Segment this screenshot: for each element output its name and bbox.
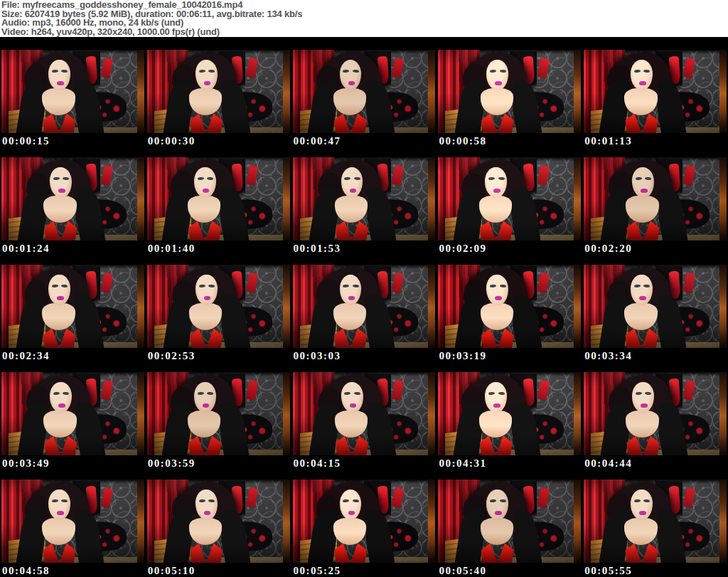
video-frame-thumbnail [147, 265, 290, 348]
thumbnail-cell: 00:02:20 [584, 157, 727, 254]
scene-vignette [147, 50, 290, 133]
thumbnail-cell: 00:04:58 [1, 480, 144, 576]
thumbnail-grid: 00:00:15 [1, 50, 727, 576]
thumbnail-timestamp: 00:04:31 [438, 457, 581, 469]
thumbnail-cell: 00:00:47 [293, 50, 436, 147]
thumbnail-timestamp: 00:01:24 [1, 243, 144, 254]
video-frame-thumbnail [1, 265, 144, 348]
thumbnail-timestamp: 00:05:55 [584, 565, 727, 576]
scene-vignette [1, 50, 144, 133]
video-frame-thumbnail [1, 372, 144, 455]
thumbnail-cell: 00:03:19 [438, 265, 581, 361]
scene-vignette [147, 157, 290, 240]
scene-vignette [147, 265, 290, 348]
scene-vignette [584, 480, 727, 563]
video-frame-thumbnail [147, 480, 290, 563]
thumbnail-cell: 00:05:25 [293, 480, 436, 576]
scene-vignette [1, 372, 144, 455]
thumbnail-cell: 00:02:34 [1, 265, 144, 361]
thumbnail-timestamp: 00:01:53 [293, 243, 436, 254]
thumbnail-cell: 00:03:59 [147, 372, 290, 469]
thumbnail-sheet: 00:00:15 [0, 37, 728, 577]
scene-vignette [147, 372, 290, 455]
thumbnail-timestamp: 00:03:03 [293, 350, 436, 361]
scene-vignette [438, 480, 581, 563]
thumbnail-timestamp: 00:03:34 [584, 350, 727, 361]
thumbnail-cell: 00:05:10 [147, 480, 290, 576]
video-frame-thumbnail [147, 157, 290, 240]
thumbnail-cell: 00:04:44 [584, 372, 727, 469]
scene-vignette [293, 480, 436, 563]
video-frame-thumbnail [438, 50, 581, 133]
thumbnail-cell: 00:00:15 [1, 50, 144, 147]
video-frame-thumbnail [293, 157, 436, 240]
video-frame-thumbnail [147, 372, 290, 455]
scene-vignette [293, 265, 436, 348]
thumbnail-timestamp: 00:03:49 [1, 457, 144, 469]
video-frame-thumbnail [147, 50, 290, 133]
scene-vignette [147, 480, 290, 563]
thumbnail-cell: 00:04:31 [438, 372, 581, 469]
scene-vignette [438, 50, 581, 133]
thumbnail-timestamp: 00:05:40 [438, 565, 581, 576]
video-frame-thumbnail [584, 265, 727, 348]
scene-vignette [584, 265, 727, 348]
thumbnail-cell: 00:00:58 [438, 50, 581, 147]
thumbnail-cell: 00:04:15 [293, 372, 436, 469]
thumbnail-timestamp: 00:02:09 [438, 243, 581, 254]
video-frame-thumbnail [293, 372, 436, 455]
thumbnail-timestamp: 00:00:30 [147, 135, 290, 147]
scene-vignette [293, 372, 436, 455]
thumbnail-cell: 00:03:03 [293, 265, 436, 361]
thumbnail-cell: 00:02:09 [438, 157, 581, 254]
video-frame-thumbnail [438, 157, 581, 240]
scene-vignette [293, 50, 436, 133]
thumbnail-cell: 00:00:30 [147, 50, 290, 147]
thumbnail-timestamp: 00:02:20 [584, 243, 727, 254]
thumbnail-timestamp: 00:04:15 [293, 457, 436, 469]
thumbnail-timestamp: 00:05:10 [147, 565, 290, 576]
scene-vignette [438, 157, 581, 240]
video-frame-thumbnail [1, 480, 144, 563]
thumbnail-cell: 00:03:49 [1, 372, 144, 469]
video-frame-thumbnail [584, 50, 727, 133]
thumbnail-cell: 00:01:53 [293, 157, 436, 254]
video-frame-thumbnail [1, 157, 144, 240]
thumbnail-timestamp: 00:01:40 [147, 243, 290, 254]
video-frame-thumbnail [584, 480, 727, 563]
scene-vignette [293, 157, 436, 240]
video-frame-thumbnail [293, 265, 436, 348]
scene-vignette [1, 157, 144, 240]
thumbnail-cell: 00:01:13 [584, 50, 727, 147]
thumbnail-cell: 00:05:55 [584, 480, 727, 576]
video-frame-thumbnail [584, 372, 727, 455]
scene-vignette [438, 372, 581, 455]
thumbnail-cell: 00:01:24 [1, 157, 144, 254]
thumbnail-timestamp: 00:02:53 [147, 350, 290, 361]
video-frame-thumbnail [293, 480, 436, 563]
thumbnail-cell: 00:01:40 [147, 157, 290, 254]
thumbnail-timestamp: 00:04:44 [584, 457, 727, 469]
contact-sheet: { "header": { "lines": [ "File: myfreeca… [0, 0, 728, 577]
scene-vignette [584, 157, 727, 240]
thumbnail-timestamp: 00:00:47 [293, 135, 436, 147]
thumbnail-timestamp: 00:03:59 [147, 457, 290, 469]
video-frame-thumbnail [1, 50, 144, 133]
thumbnail-timestamp: 00:04:58 [1, 565, 144, 576]
video-info-line: Video: h264, yuv420p, 320x240, 1000.00 f… [1, 28, 728, 37]
scene-vignette [1, 265, 144, 348]
thumbnail-timestamp: 00:00:15 [1, 135, 144, 147]
thumbnail-cell: 00:05:40 [438, 480, 581, 576]
video-frame-thumbnail [438, 480, 581, 563]
video-frame-thumbnail [438, 265, 581, 348]
video-frame-thumbnail [584, 157, 727, 240]
thumbnail-timestamp: 00:03:19 [438, 350, 581, 361]
scene-vignette [438, 265, 581, 348]
thumbnail-cell: 00:02:53 [147, 265, 290, 361]
thumbnail-timestamp: 00:01:13 [584, 135, 727, 147]
video-frame-thumbnail [438, 372, 581, 455]
file-info-header: File: myfreecams_goddesshoney_female_100… [0, 0, 728, 37]
thumbnail-timestamp: 00:05:25 [293, 565, 436, 576]
thumbnail-cell: 00:03:34 [584, 265, 727, 361]
thumbnail-timestamp: 00:02:34 [1, 350, 144, 361]
